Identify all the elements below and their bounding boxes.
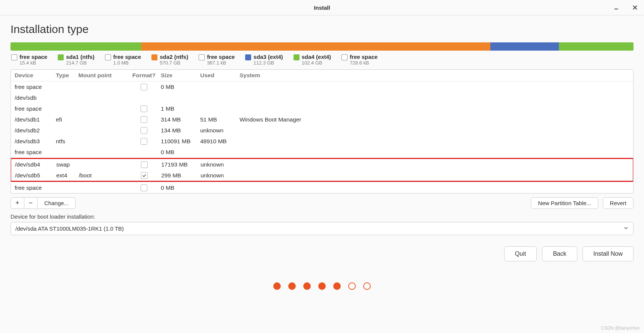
progress-dot (348, 282, 356, 290)
progress-dot (273, 282, 281, 290)
cell-format (127, 127, 161, 134)
table-row[interactable]: free space0 MB (11, 81, 633, 92)
table-row[interactable]: /dev/sdb4swap17193 MBunknown (11, 159, 633, 170)
legend-swatch (105, 54, 111, 60)
change-partition-button[interactable]: Change... (37, 197, 76, 209)
format-checkbox[interactable] (141, 84, 147, 90)
table-row[interactable]: /dev/sdb5ext4/boot299 MBunknown (11, 170, 633, 181)
legend-swatch (341, 54, 347, 60)
partition-usage-bar (10, 42, 634, 51)
table-row[interactable]: /dev/sdb3ntfs110091 MB48910 MB (11, 136, 633, 147)
partition-table[interactable]: Device Type Mount point Format? Size Use… (10, 69, 634, 194)
format-checkbox[interactable] (141, 127, 147, 134)
format-checkbox[interactable] (141, 172, 148, 179)
window-title: Install (314, 4, 330, 11)
format-checkbox[interactable] (141, 138, 147, 145)
revert-button[interactable]: Revert (603, 197, 634, 209)
cell-format (127, 105, 161, 112)
format-checkbox[interactable] (141, 116, 147, 123)
cell-size: 134 MB (161, 127, 200, 134)
cell-device: /dev/sdb4 (13, 161, 56, 168)
format-checkbox[interactable] (141, 105, 147, 112)
cell-device: /dev/sdb5 (13, 172, 56, 179)
table-header: Device Type Mount point Format? Size Use… (11, 70, 633, 81)
disk-row[interactable]: /dev/sdb (11, 92, 633, 103)
partition-bar-segment (559, 42, 634, 51)
progress-dot (303, 282, 311, 290)
legend-name: sda2 (ntfs) (160, 54, 188, 60)
legend-name: sda4 (ext4) (302, 54, 331, 60)
table-row[interactable]: free space1 MB (11, 103, 633, 114)
table-row[interactable]: free space0 MB (11, 147, 633, 158)
chevron-down-icon (623, 225, 629, 232)
legend-swatch (245, 54, 251, 60)
cell-format (127, 84, 161, 90)
progress-dot (318, 282, 326, 290)
highlighted-rows: /dev/sdb4swap17193 MBunknown/dev/sdb5ext… (10, 158, 634, 182)
hdr-mount: Mount point (78, 72, 127, 79)
install-now-button[interactable]: Install Now (583, 246, 634, 261)
cell-device: /dev/sdb (13, 94, 37, 101)
minimize-button[interactable] (611, 2, 622, 13)
partition-bar-segment (490, 42, 559, 51)
cell-device: free space (13, 149, 56, 156)
cell-type: efi (56, 116, 78, 123)
table-row[interactable]: /dev/sdb1efi314 MB51 MBWindows Boot Mana… (11, 114, 633, 125)
cell-size: 17193 MB (161, 161, 201, 168)
cell-used: 51 MB (200, 116, 240, 123)
legend-swatch (58, 54, 64, 60)
remove-partition-button[interactable]: − (24, 197, 38, 209)
partition-bar-segment (141, 42, 490, 51)
hdr-used: Used (200, 72, 240, 79)
legend-size: 728.6 kB (350, 60, 377, 66)
legend-item: free space728.6 kB (341, 54, 377, 66)
legend-size: 15.4 kB (19, 60, 47, 66)
legend-size: 1.0 MB (113, 60, 141, 66)
legend-name: free space (19, 54, 47, 60)
close-button[interactable] (630, 2, 640, 13)
progress-dot (288, 282, 296, 290)
cell-used: unknown (201, 161, 240, 168)
cell-format (127, 161, 161, 168)
add-partition-button[interactable]: + (10, 197, 24, 209)
bootloader-select[interactable]: /dev/sda ATA ST1000LM035-1RK1 (1.0 TB) (10, 222, 634, 235)
hdr-size: Size (161, 72, 200, 79)
cell-device: /dev/sdb1 (13, 116, 56, 123)
format-checkbox[interactable] (141, 161, 148, 168)
cell-device: /dev/sdb2 (13, 127, 56, 134)
quit-button[interactable]: Quit (504, 246, 537, 261)
cell-type: ntfs (56, 138, 78, 145)
partition-bar-segment (10, 42, 141, 51)
hdr-format: Format? (127, 72, 161, 79)
new-partition-table-button[interactable]: New Partition Table... (531, 197, 598, 209)
format-checkbox[interactable] (141, 184, 147, 191)
legend-swatch (294, 54, 300, 60)
cell-used: unknown (200, 127, 240, 134)
cell-used: unknown (201, 172, 240, 179)
cell-system: Windows Boot Manager (240, 116, 631, 123)
hdr-system: System (240, 72, 631, 79)
cell-format (127, 116, 161, 123)
legend-size: 214.7 GB (66, 60, 94, 66)
back-button[interactable]: Back (542, 246, 577, 261)
legend-size: 570.7 GB (160, 60, 188, 66)
partition-legend: free space15.4 kBsda1 (ntfs)214.7 GBfree… (10, 51, 634, 67)
legend-name: free space (207, 54, 235, 60)
cell-format (127, 138, 161, 145)
cell-device: /dev/sdb3 (13, 138, 56, 145)
legend-name: sda3 (ext4) (253, 54, 283, 60)
cell-mount: /boot (79, 172, 127, 179)
progress-dot (333, 282, 341, 290)
bootloader-value: /dev/sda ATA ST1000LM035-1RK1 (1.0 TB) (15, 225, 124, 232)
cell-device: free space (13, 184, 56, 191)
cell-size: 1 MB (161, 105, 200, 112)
bootloader-label: Device for boot loader installation: (10, 213, 634, 220)
legend-size: 112.3 GB (253, 60, 283, 66)
hdr-device: Device (13, 72, 56, 79)
legend-size: 102.4 GB (302, 60, 331, 66)
cell-size: 0 MB (161, 184, 200, 191)
cell-format (127, 172, 161, 179)
table-row[interactable]: free space0 MB (11, 182, 633, 193)
table-row[interactable]: /dev/sdb2134 MBunknown (11, 125, 633, 136)
legend-swatch (11, 54, 17, 60)
